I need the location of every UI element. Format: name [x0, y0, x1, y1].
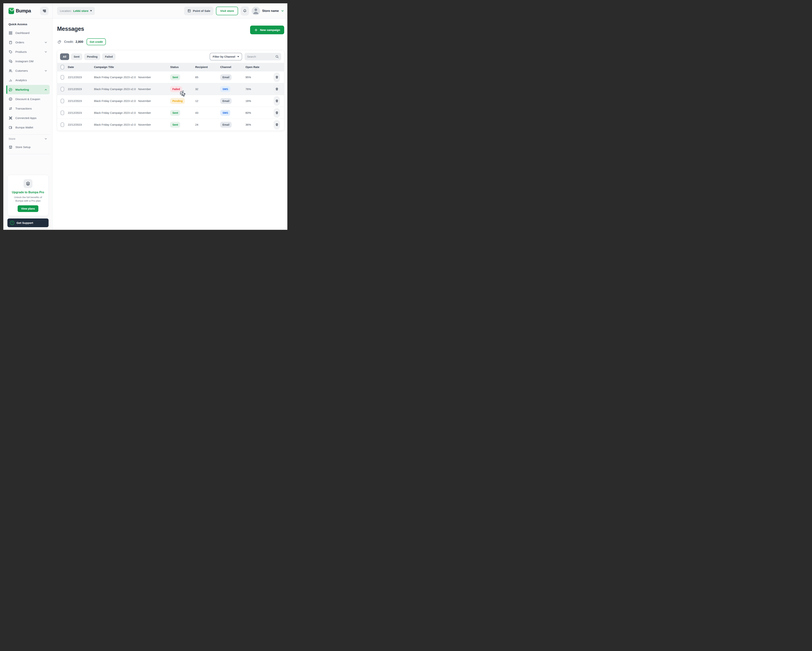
visit-store-button[interactable]: Visit store: [216, 7, 238, 15]
sidebar-item-dashboard[interactable]: Dashboard: [6, 28, 50, 38]
delete-button[interactable]: [274, 120, 280, 130]
notifications-button[interactable]: [241, 6, 249, 15]
delete-button[interactable]: [274, 108, 280, 118]
location-label: Location:: [60, 9, 72, 12]
get-support-button[interactable]: ? Get Support: [8, 218, 49, 227]
tab-failed[interactable]: Failed: [102, 53, 116, 60]
table-row[interactable]: 22/12/2023Black Friday Campaign 2023 v2.…: [57, 107, 284, 119]
get-support-label: Get Support: [17, 221, 33, 225]
sidebar-item-label: Bumpa Wallet: [15, 126, 47, 129]
sidebar-item-store-setup[interactable]: Store Setup: [6, 142, 50, 152]
column-header: Recipient: [195, 66, 220, 69]
delete-button[interactable]: [274, 72, 280, 82]
row-checkbox[interactable]: [61, 99, 64, 103]
account-menu[interactable]: Store name: [252, 7, 284, 15]
table-row[interactable]: 22/12/2023Black Friday Campaign 2023 v2.…: [57, 119, 284, 130]
row-checkbox-cell: [57, 99, 68, 103]
chevron-down-icon: [281, 9, 284, 12]
quick-access-heading: Quick Access: [9, 23, 50, 26]
search-input[interactable]: [244, 53, 281, 60]
point-of-sale-button[interactable]: Point of Sale: [184, 7, 214, 15]
campaign-title-suffix: November: [138, 111, 151, 114]
channel-badge: Email: [220, 98, 232, 104]
sidebar-item-label: Instagram DM: [15, 59, 47, 63]
trash-icon: [275, 75, 279, 79]
connected-apps-icon: [9, 116, 12, 120]
trash-icon: [275, 111, 279, 114]
view-plans-button[interactable]: View plans: [18, 205, 38, 212]
row-checkbox[interactable]: [61, 87, 64, 91]
store-section-header[interactable]: Store: [6, 137, 50, 142]
campaign-title: Black Friday Campaign 2023 v2.0November: [94, 76, 170, 79]
campaign-title-suffix: November: [138, 87, 151, 91]
tab-sent[interactable]: Sent: [71, 53, 82, 60]
new-campaign-button[interactable]: New campaign: [250, 26, 284, 34]
filter-by-channel-dropdown[interactable]: Filter by Channel: [210, 53, 242, 60]
row-checkbox[interactable]: [61, 111, 64, 115]
status-cell: Sent: [170, 122, 195, 128]
campaign-title-main: Black Friday Campaign 2023 v2.0: [94, 99, 136, 102]
row-checkbox[interactable]: [61, 122, 64, 127]
sidebar-item-marketing[interactable]: Marketing: [6, 85, 50, 95]
recipient-count: 65: [195, 76, 220, 79]
plus-icon: [254, 28, 258, 32]
row-checkbox-cell: [57, 87, 68, 91]
sidebar-item-connected-apps[interactable]: Connected Apps: [6, 113, 50, 123]
upgrade-section: Upgrade to Bumpa Pro Unlock the full ben…: [6, 175, 50, 227]
sidebar-item-label: Connected Apps: [15, 116, 47, 120]
delete-button[interactable]: [274, 84, 280, 94]
recipient-count: 24: [195, 123, 220, 126]
campaign-title-suffix: November: [138, 123, 151, 126]
campaign-title-main: Black Friday Campaign 2023 v2.0: [94, 111, 136, 114]
column-header: Campaign Title: [94, 66, 170, 69]
chevron-down-icon: [44, 69, 47, 72]
recipient-count: 43: [195, 111, 220, 114]
channel-badge: Email: [220, 122, 232, 128]
bell-icon: [243, 9, 247, 13]
row-checkbox-cell: [57, 75, 68, 79]
sidebar-item-instagram-dm[interactable]: Instagram DM: [6, 56, 50, 66]
sidebar-item-wallet[interactable]: Bumpa Wallet: [6, 123, 50, 132]
table-toolbar: AllSentPendingFailed Filter by Channel: [57, 50, 284, 63]
table-row[interactable]: 22/12/2023Black Friday Campaign 2023 v2.…: [57, 83, 284, 95]
bumpa-bag-icon: [9, 8, 14, 14]
row-checkbox[interactable]: [61, 75, 64, 79]
campaign-date: 22/12/2023: [68, 123, 94, 126]
table-row[interactable]: 22/12/2023Black Friday Campaign 2023 v2.…: [57, 71, 284, 83]
avatar: [252, 7, 260, 15]
campaign-title-main: Black Friday Campaign 2023 v2.0: [94, 123, 136, 126]
search-box: [244, 53, 281, 60]
table-row[interactable]: 22/12/2023Black Friday Campaign 2023 v2.…: [57, 95, 284, 107]
open-rate: 16%: [246, 99, 269, 102]
open-rate: 76%: [246, 87, 269, 91]
status-cell: Sent: [170, 74, 195, 80]
column-header: Open Rate: [246, 66, 269, 69]
campaign-date: 22/12/2023: [68, 76, 94, 79]
layers-icon: [24, 179, 32, 188]
delete-button[interactable]: [274, 96, 280, 106]
tab-all[interactable]: All: [60, 53, 69, 60]
location-value: Lekki store: [73, 9, 89, 12]
channel-badge: SMS: [220, 110, 230, 116]
sidebar-item-products[interactable]: Products: [6, 47, 50, 56]
sidebar-item-analytics[interactable]: Analytics: [6, 75, 50, 85]
dashboard-icon: [9, 31, 12, 35]
sidebar-item-orders[interactable]: Orders: [6, 38, 50, 47]
table-header: DateCampaign TitleStatusRecipientChannel…: [57, 63, 284, 71]
store-name-label: Store name: [262, 9, 279, 12]
tab-pending[interactable]: Pending: [84, 53, 100, 60]
sidebar-toggle-button[interactable]: [40, 7, 49, 15]
get-credit-button[interactable]: Get credit: [87, 38, 106, 45]
sidebar-item-transactions[interactable]: Transactions: [6, 104, 50, 113]
trash-icon: [275, 87, 279, 91]
row-checkbox-cell: [57, 111, 68, 115]
main-content: Messages New campaign Credit: 2,800 Get …: [52, 18, 287, 230]
sidebar-item-customers[interactable]: Cutomers: [6, 66, 50, 75]
status-cell: Sent: [170, 110, 195, 116]
sidebar-item-discount[interactable]: Discount & Coupon: [6, 95, 50, 104]
store-setup-icon: [9, 145, 12, 149]
row-checkbox-cell: [57, 122, 68, 127]
select-all-checkbox[interactable]: [61, 65, 64, 69]
sidebar-item-label: Marketing: [15, 88, 41, 91]
location-selector[interactable]: Location: Lekki store: [57, 7, 95, 15]
